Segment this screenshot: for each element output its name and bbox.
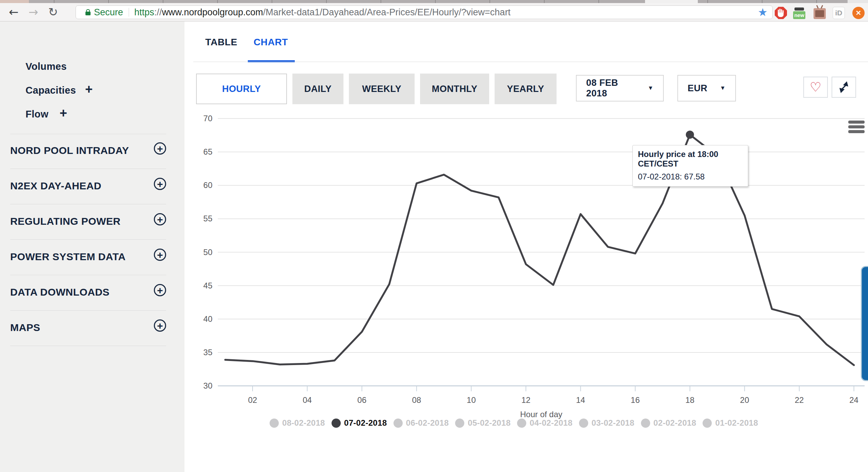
browser-tab-strip [0, 0, 868, 3]
chevron-down-icon: ▼ [648, 85, 654, 92]
expand-plus-icon[interactable]: + [154, 319, 166, 332]
svg-text:24: 24 [849, 395, 858, 405]
bookmark-star-icon[interactable]: ★ [758, 6, 768, 19]
reload-button[interactable]: ↻ [46, 5, 61, 19]
legend-dot-icon [455, 419, 464, 428]
currency-dropdown[interactable]: EUR ▼ [677, 75, 736, 101]
screenshot-extension-icon[interactable]: new [793, 7, 805, 19]
svg-text:12: 12 [521, 395, 531, 405]
legend-dot-icon [703, 419, 712, 428]
expand-plus-icon[interactable]: + [154, 178, 166, 190]
expand-plus-icon[interactable]: + [154, 249, 166, 261]
back-button[interactable]: ← [6, 5, 21, 19]
svg-text:40: 40 [203, 314, 212, 324]
legend-item-01-02-2018[interactable]: 01-02-2018 [703, 418, 758, 428]
period-button-hourly[interactable]: HOURLY [196, 74, 287, 104]
currency-value: EUR [688, 83, 707, 94]
main-content: TABLE CHART HOURLY DAILY WEEKLY MONTHLY … [184, 21, 868, 472]
sidebar: Volumes Capacities + Flow + NORD POOL IN… [0, 21, 184, 472]
legend-dot-icon [579, 419, 588, 428]
date-value: 08 FEB 2018 [586, 78, 639, 99]
url-separator: :// [154, 7, 162, 17]
expand-plus-icon[interactable]: + [154, 284, 166, 296]
expand-plus-icon[interactable]: + [154, 142, 166, 155]
sidebar-section-nord-pool-intraday[interactable]: NORD POOL INTRADAY [10, 145, 129, 156]
new-badge: new [793, 11, 805, 19]
svg-text:50: 50 [203, 248, 212, 257]
period-button-daily[interactable]: DAILY [292, 74, 343, 104]
legend-item-02-02-2018[interactable]: 02-02-2018 [641, 418, 696, 428]
period-button-monthly[interactable]: MONTHLY [420, 74, 489, 104]
url-domain: www.nordpoolgroup.com [162, 7, 263, 17]
legend-label: 04-02-2018 [530, 418, 573, 428]
legend-dot-icon [270, 419, 279, 428]
url-text[interactable]: https://www.nordpoolgroup.com/Market-dat… [134, 7, 755, 18]
sidebar-item-capacities[interactable]: Capacities [26, 85, 76, 96]
sidebar-section-maps[interactable]: MAPS [10, 322, 40, 333]
legend-dot-icon [332, 419, 341, 428]
sidebar-item-volumes[interactable]: Volumes [26, 61, 67, 72]
svg-text:08: 08 [412, 395, 421, 405]
legend-item-06-02-2018[interactable]: 06-02-2018 [393, 418, 449, 428]
tabs-divider [193, 62, 868, 62]
plus-icon[interactable]: + [60, 107, 67, 120]
svg-text:06: 06 [357, 395, 367, 405]
svg-text:65: 65 [203, 147, 212, 156]
secure-label: Secure [94, 7, 123, 18]
active-tab-underline [248, 60, 295, 62]
sidebar-divider [10, 169, 166, 169]
address-bar[interactable]: Secure https://www.nordpoolgroup.com/Mar… [76, 5, 773, 19]
legend-dot-icon [641, 419, 650, 428]
forward-button[interactable]: → [26, 5, 41, 19]
sidebar-divider [10, 204, 166, 204]
legend-item-05-02-2018[interactable]: 05-02-2018 [455, 418, 511, 428]
legend-dot-icon [517, 419, 526, 428]
chart-menu-button[interactable] [848, 121, 865, 135]
fullscreen-button[interactable] [832, 77, 856, 98]
sidebar-section-regulating-power[interactable]: REGULATING POWER [10, 216, 120, 227]
sidebar-section-data-downloads[interactable]: DATA DOWNLOADS [10, 286, 110, 298]
plus-icon[interactable]: + [85, 83, 93, 96]
svg-text:30: 30 [203, 381, 212, 390]
sidebar-section-power-system-data[interactable]: POWER SYSTEM DATA [10, 251, 126, 263]
chart-legend: 08-02-201807-02-201806-02-201805-02-2018… [270, 418, 758, 428]
svg-text:45: 45 [203, 281, 212, 290]
legend-item-04-02-2018[interactable]: 04-02-2018 [517, 418, 573, 428]
chevron-down-icon: ▼ [720, 85, 726, 92]
period-button-yearly[interactable]: YEARLY [495, 74, 557, 104]
legend-dot-icon [393, 419, 403, 428]
legend-label: 02-02-2018 [654, 418, 696, 428]
svg-text:55: 55 [203, 214, 212, 223]
expand-plus-icon[interactable]: + [154, 213, 166, 225]
url-scheme: https [134, 7, 155, 17]
svg-text:60: 60 [203, 180, 212, 190]
feedback-side-tab[interactable] [861, 266, 868, 381]
svg-text:04: 04 [303, 395, 312, 405]
legend-item-07-02-2018[interactable]: 07-02-2018 [332, 418, 387, 428]
adblock-extension-icon[interactable] [775, 7, 787, 19]
svg-text:18: 18 [685, 395, 694, 405]
sidebar-divider [10, 275, 166, 275]
sidebar-item-flow[interactable]: Flow [26, 109, 48, 120]
legend-item-08-02-2018[interactable]: 08-02-2018 [270, 418, 325, 428]
svg-text:14: 14 [576, 395, 585, 405]
id-extension-icon[interactable]: iD [833, 7, 845, 19]
sidebar-section-n2ex-day-ahead[interactable]: N2EX DAY-AHEAD [10, 180, 101, 192]
tv-extension-icon[interactable] [814, 8, 826, 19]
date-dropdown[interactable]: 08 FEB 2018 ▼ [576, 75, 664, 101]
heart-icon: ♡ [810, 81, 821, 94]
legend-label: 07-02-2018 [344, 418, 387, 428]
svg-text:Hour of day: Hour of day [520, 410, 562, 419]
period-button-weekly[interactable]: WEEKLY [349, 74, 415, 104]
tab-table[interactable]: TABLE [205, 37, 237, 48]
share-extension-icon[interactable]: ✕ [852, 7, 865, 19]
legend-item-03-02-2018[interactable]: 03-02-2018 [579, 418, 634, 428]
browser-toolbar: ← → ↻ Secure https://www.nordpoolgroup.c… [0, 3, 868, 21]
secure-lock-icon [85, 12, 91, 15]
svg-text:22: 22 [795, 395, 804, 405]
tab-chart[interactable]: CHART [254, 37, 288, 48]
favorite-button[interactable]: ♡ [803, 77, 828, 98]
hand-icon [777, 9, 785, 17]
legend-label: 08-02-2018 [282, 418, 325, 428]
sidebar-divider [10, 239, 166, 240]
